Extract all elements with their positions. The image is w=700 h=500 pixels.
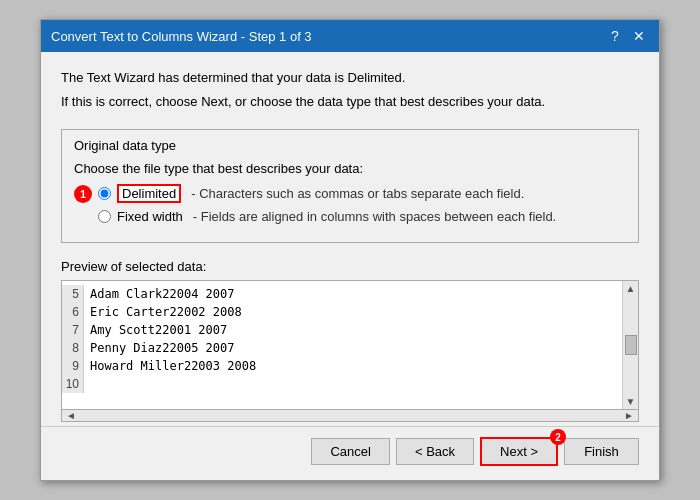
step2-badge: 2	[550, 429, 566, 445]
fixed-width-radio-row: Fixed width - Fields are aligned in colu…	[74, 209, 626, 224]
preview-row-9: 9 Howard Miller22003 2008	[62, 357, 622, 375]
dialog-title: Convert Text to Columns Wizard - Step 1 …	[51, 29, 312, 44]
preview-scrollbar-vertical[interactable]: ▲ ▼	[622, 281, 638, 409]
preview-label: Preview of selected data:	[61, 259, 639, 274]
scroll-right-arrow[interactable]: ►	[620, 410, 638, 421]
help-button[interactable]: ?	[605, 26, 625, 46]
dialog-body: The Text Wizard has determined that your…	[41, 52, 659, 426]
preview-row-6: 6 Eric Carter22002 2008	[62, 303, 622, 321]
delimited-desc: - Characters such as commas or tabs sepa…	[191, 186, 524, 201]
original-data-type-group: Original data type Choose the file type …	[61, 129, 639, 243]
title-bar: Convert Text to Columns Wizard - Step 1 …	[41, 20, 659, 52]
step1-badge: 1	[74, 185, 92, 203]
intro-line2: If this is correct, choose Next, or choo…	[61, 92, 639, 112]
close-button[interactable]: ✕	[629, 26, 649, 46]
intro-line1: The Text Wizard has determined that your…	[61, 68, 639, 88]
preview-row-10: 10	[62, 375, 622, 393]
scroll-down-arrow[interactable]: ▼	[626, 396, 636, 407]
scroll-up-arrow[interactable]: ▲	[626, 283, 636, 294]
dialog: Convert Text to Columns Wizard - Step 1 …	[40, 19, 660, 481]
delimited-radio-row: 1 Delimited - Characters such as commas …	[74, 184, 626, 203]
scroll-thumb[interactable]	[625, 335, 637, 355]
title-bar-buttons: ? ✕	[605, 26, 649, 46]
next-button[interactable]: Next > 2	[480, 437, 558, 466]
group-legend: Original data type	[74, 138, 626, 153]
preview-content[interactable]: 5 Adam Clark22004 2007 6 Eric Carter2200…	[62, 281, 622, 409]
intro-text: The Text Wizard has determined that your…	[61, 68, 639, 115]
delimited-label[interactable]: Delimited	[117, 184, 181, 203]
preview-row-7: 7 Amy Scott22001 2007	[62, 321, 622, 339]
file-type-label: Choose the file type that best describes…	[74, 161, 626, 176]
preview-row-8: 8 Penny Diaz22005 2007	[62, 339, 622, 357]
dialog-footer: Cancel < Back Next > 2 Finish	[41, 426, 659, 480]
back-button[interactable]: < Back	[396, 438, 474, 465]
fixed-width-radio[interactable]	[98, 210, 111, 223]
cancel-button[interactable]: Cancel	[311, 438, 389, 465]
preview-box: 5 Adam Clark22004 2007 6 Eric Carter2200…	[61, 280, 639, 410]
finish-button[interactable]: Finish	[564, 438, 639, 465]
fixed-width-label[interactable]: Fixed width	[117, 209, 183, 224]
preview-row-5: 5 Adam Clark22004 2007	[62, 285, 622, 303]
delimited-radio[interactable]	[98, 187, 111, 200]
scroll-left-arrow[interactable]: ◄	[62, 410, 80, 421]
fixed-width-desc: - Fields are aligned in columns with spa…	[193, 209, 556, 224]
